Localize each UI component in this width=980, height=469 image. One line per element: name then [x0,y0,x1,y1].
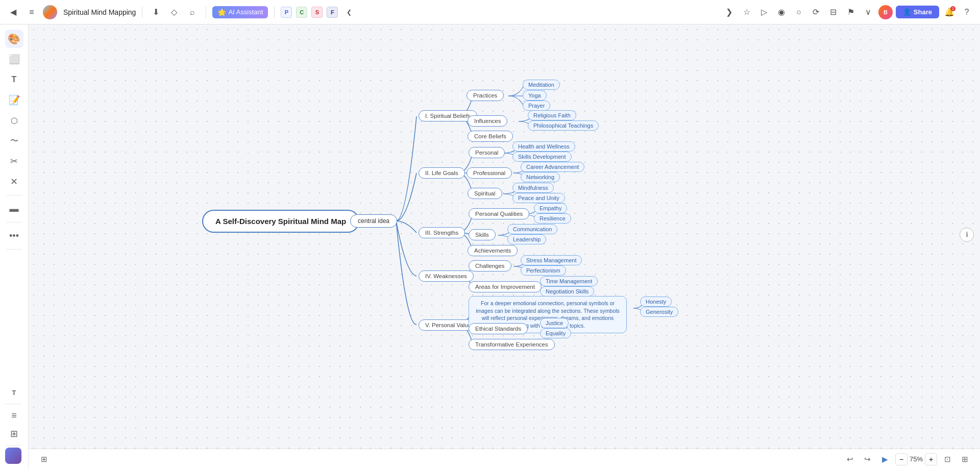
topbar-right: ❯ ☆ ▷ ◉ ○ ⟳ ⊟ ⚑ ∨ B 👤 Share 🔔 2 ? [722,5,974,19]
branch-professional[interactable]: Professional [467,167,512,179]
leaf-health-wellness[interactable]: Health and Wellness [512,141,575,152]
leaf-mindfulness[interactable]: Mindfulness [512,183,554,193]
bookmark-icon[interactable]: ☆ [740,5,754,19]
leaf-communication[interactable]: Communication [507,224,557,234]
leaf-philosophical-teachings[interactable]: Philosophical Teachings [528,120,599,131]
sidebar-shapes-icon[interactable]: 🎨 [5,30,23,48]
sidebar-more-icon[interactable]: ••• [5,227,23,245]
leaf-equality[interactable]: Equality [540,328,571,338]
branch-strengths[interactable]: III. Strengths [419,227,465,238]
sidebar-bottom: T ≡ ⊞ [5,383,23,464]
sidebar-separator2 [6,222,22,223]
help-icon[interactable]: ? [960,5,974,19]
fit-to-screen-icon[interactable]: ⊡ [940,452,954,466]
leaf-stress-management[interactable]: Stress Management [521,255,582,265]
branch-skills[interactable]: Skills [469,229,496,240]
leaf-prayer[interactable]: Prayer [523,101,550,111]
leaf-meditation[interactable]: Meditation [523,80,560,90]
central-node[interactable]: A Self-Discovery Spiritual Mind Map [202,210,359,233]
sidebar-list-icon[interactable]: ≡ [5,406,23,425]
download-icon[interactable]: ⬇ [149,5,163,19]
leaf-honesty[interactable]: Honesty [640,297,672,307]
chevron-down-icon[interactable]: ∨ [861,5,875,19]
canvas-inner: A Self-Discovery Spiritual Mind Map cent… [29,24,980,469]
sidebar-plugin-icon[interactable] [5,448,21,464]
history-icon[interactable]: ⟳ [809,5,823,19]
branch-influences[interactable]: Influences [468,115,507,127]
leaf-skills-development[interactable]: Skills Development [512,152,572,162]
sidebar-textbox-icon[interactable]: T [5,383,23,402]
right-info-panel: ℹ [960,228,974,242]
notification-icon[interactable]: 🔔 2 [942,5,957,19]
branch-core-beliefs[interactable]: Core Beliefs [468,131,513,142]
leaf-negotiation-skills[interactable]: Negotiation Skills [540,286,594,297]
ai-assistant-button[interactable]: 🌟 AI Assistant [212,6,268,18]
chevron-icon[interactable]: ❮ [342,5,356,19]
sidebar-shape-icon[interactable]: ⬡ [5,111,23,130]
canvas[interactable]: A Self-Discovery Spiritual Mind Map cent… [29,24,980,469]
app-s-tag[interactable]: S [311,7,323,18]
branch-transformative[interactable]: Transformative Experiences [469,339,555,350]
leaf-generosity[interactable]: Generosity [640,307,678,317]
present-icon[interactable]: ⊞ [37,452,51,466]
branch-achievements[interactable]: Achievements [468,245,518,256]
share-button[interactable]: 👤 Share [896,6,939,18]
bottombar: ⊞ ↩ ↪ ▶ − 75% + ⊡ ⊞ [29,449,980,469]
branch-personal-qualities[interactable]: Personal Qualities [469,208,529,219]
branch-areas-improvement[interactable]: Areas for Improvement [469,281,542,292]
branch-personal[interactable]: Personal [469,147,505,158]
cursor-icon[interactable]: ▶ [878,452,892,466]
comment-icon[interactable]: ○ [792,5,806,19]
tag-icon[interactable]: ◇ [167,5,181,19]
undo-icon[interactable]: ↩ [843,452,857,466]
info-icon[interactable]: ℹ [960,228,974,242]
leaf-networking[interactable]: Networking [521,172,560,182]
leaf-career-advancement[interactable]: Career Advancement [521,162,584,172]
branch-weaknesses[interactable]: IV. Weaknesses [419,270,474,282]
app-c-tag[interactable]: C [296,7,307,18]
leaf-perfectionism[interactable]: Perfectionism [521,265,566,276]
search-icon[interactable]: ⌕ [185,5,200,19]
branch-life-goals[interactable]: II. Life Goals [419,167,465,179]
branch-challenges[interactable]: Challenges [469,260,511,271]
menu-icon[interactable]: ≡ [24,5,39,19]
separator3 [274,6,275,18]
app-p-tag[interactable]: P [281,7,292,18]
sidebar-note-icon[interactable]: 📝 [5,91,23,109]
leaf-time-management[interactable]: Time Management [540,276,598,286]
notification-badge: 2 [950,6,955,11]
leaf-peace-unity[interactable]: Peace and Unity [512,193,565,203]
zoom-in-button[interactable]: + [925,453,937,465]
branch-ethical-standards[interactable]: Ethical Standards [469,323,528,334]
broadcast-icon[interactable]: ◉ [774,5,789,19]
sidebar-scissors-icon[interactable]: ✂ [5,152,23,170]
redo-icon[interactable]: ↪ [861,452,875,466]
hub-node[interactable]: central idea [350,214,397,228]
leaf-resilience[interactable]: Resilience [534,213,571,224]
play-icon[interactable]: ▷ [757,5,771,19]
branch-practices[interactable]: Practices [467,90,504,101]
branch-spiritual[interactable]: Spiritual [468,188,502,199]
sidebar-cross-icon[interactable]: ✕ [5,172,23,191]
leaf-religious-faith[interactable]: Religious Faith [528,110,576,120]
flag-icon[interactable]: ⚑ [844,5,858,19]
sidebar-separator3 [6,249,22,250]
right-chevron-icon[interactable]: ❯ [722,5,737,19]
app-f-tag[interactable]: F [327,7,338,18]
sidebar-separator4 [5,404,21,404]
leaf-empathy[interactable]: Empathy [534,203,567,213]
zoom-out-button[interactable]: − [895,453,908,465]
leaf-leadership[interactable]: Leadership [507,234,546,244]
sidebar-grid-icon[interactable]: ⊞ [5,425,23,443]
sidebar-line-icon[interactable]: ▬ [5,200,23,218]
sidebar-frame-icon[interactable]: ⬜ [5,50,23,68]
fullscreen-icon[interactable]: ⊞ [958,452,972,466]
back-button[interactable]: ◀ [6,5,20,19]
sidebar-text-icon[interactable]: T [5,70,23,89]
document-title: Spiritual Mind Mapping [63,8,136,16]
leaf-justice[interactable]: Justice [540,318,569,328]
sidebar-pen-icon[interactable]: 〜 [5,132,23,150]
layout-icon[interactable]: ⊟ [826,5,841,19]
leaf-yoga[interactable]: Yoga [523,90,547,101]
app-logo-icon [43,5,57,19]
